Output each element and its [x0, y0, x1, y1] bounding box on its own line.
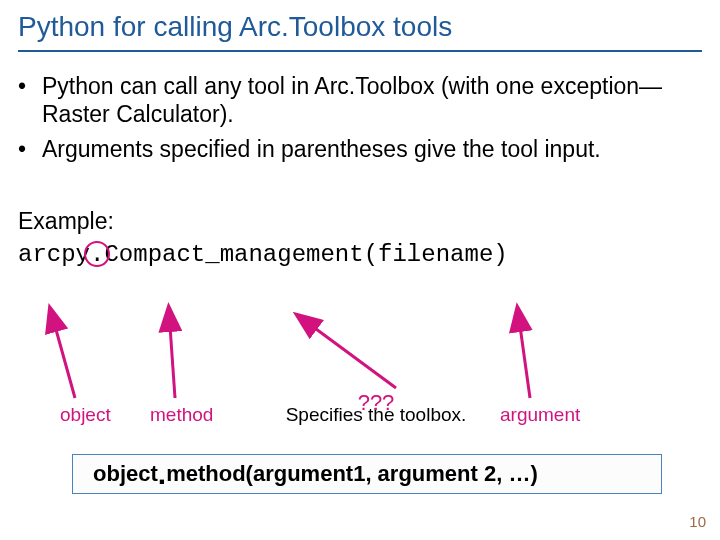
page-number: 10 — [689, 513, 706, 530]
label-questions: ??? — [358, 390, 395, 416]
bullet-marker: • — [18, 72, 42, 130]
syntax-dot: . — [158, 457, 166, 490]
page-title: Python for calling Arc.Toolbox tools — [18, 0, 702, 44]
bullet-marker: • — [18, 135, 42, 164]
code-example: arcpy.Compact_management(filename) — [18, 241, 702, 268]
bullet-text: Python can call any tool in Arc.Toolbox … — [42, 72, 702, 130]
svg-line-2 — [170, 326, 175, 398]
svg-line-3 — [312, 326, 396, 388]
svg-line-1 — [55, 326, 75, 398]
title-underline — [18, 50, 702, 52]
slide: Python for calling Arc.Toolbox tools • P… — [0, 0, 720, 540]
bullet-item: • Python can call any tool in Arc.Toolbo… — [18, 72, 702, 130]
svg-line-4 — [520, 326, 530, 398]
bullet-item: • Arguments specified in parentheses giv… — [18, 135, 702, 164]
code-dot-circled: . — [90, 241, 104, 268]
bullet-text: Arguments specified in parentheses give … — [42, 135, 702, 164]
label-specifies-wrap: ??? Specifies the toolbox. — [276, 404, 476, 426]
label-argument: argument — [500, 404, 580, 426]
code-method-call: Compact_management(filename) — [104, 241, 507, 268]
label-object: object — [60, 404, 111, 426]
syntax-object: object — [93, 461, 158, 486]
syntax-box: object.method(argument1, argument 2, …) — [72, 454, 662, 494]
example-label: Example: — [18, 208, 702, 235]
syntax-text: object.method(argument1, argument 2, …) — [93, 461, 538, 487]
code-object: arcpy — [18, 241, 90, 268]
bullet-list: • Python can call any tool in Arc.Toolbo… — [18, 72, 702, 164]
syntax-method: method(argument1, argument 2, …) — [166, 461, 538, 486]
label-method: method — [150, 404, 213, 426]
